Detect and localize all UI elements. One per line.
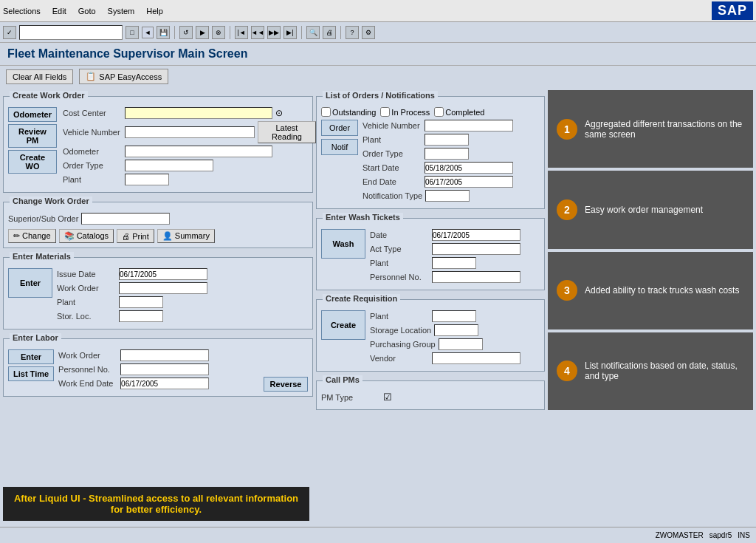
last-icon[interactable]: ▶| bbox=[284, 26, 297, 39]
labor-personnel-input[interactable] bbox=[120, 363, 209, 375]
nav-icon[interactable]: ▶ bbox=[196, 26, 209, 39]
list-plant-input[interactable] bbox=[425, 134, 469, 146]
list-vehicle-input[interactable] bbox=[425, 120, 513, 132]
cost-center-help-icon[interactable]: ⊙ bbox=[275, 108, 283, 118]
order-button[interactable]: Order bbox=[321, 120, 358, 136]
superior-sub-order-row: Superior/Sub Order bbox=[8, 213, 308, 225]
in-process-checkbox[interactable] bbox=[380, 107, 390, 117]
list-orders-title: List of Orders / Notifications bbox=[323, 91, 438, 100]
outstanding-checkbox[interactable] bbox=[321, 107, 331, 117]
latest-reading-button[interactable]: Latest Reading bbox=[258, 121, 316, 143]
labor-personnel-label: Personnel No. bbox=[58, 365, 117, 374]
list-notif-type-input[interactable] bbox=[425, 190, 470, 202]
annotation-circle-4: 4 bbox=[557, 361, 577, 381]
menu-edit[interactable]: Edit bbox=[52, 7, 66, 16]
create-wo-button[interactable]: Create WO bbox=[8, 150, 57, 174]
cost-center-input[interactable] bbox=[125, 107, 272, 119]
refresh-icon[interactable]: ↺ bbox=[179, 26, 193, 39]
req-plant-input[interactable] bbox=[432, 310, 476, 322]
prev-page-icon[interactable]: ◄◄ bbox=[251, 26, 264, 39]
plant-label: Plant bbox=[63, 175, 122, 184]
plant-input[interactable] bbox=[125, 174, 169, 185]
page-title: Fleet Maintenance Supervisor Main Screen bbox=[0, 43, 756, 66]
cost-center-row: Cost Center ⊙ bbox=[63, 107, 316, 119]
list-time-button[interactable]: List Time bbox=[8, 366, 54, 381]
wash-act-type-label: Act Type bbox=[370, 245, 429, 253]
summary-button[interactable]: 👤 Summary bbox=[157, 229, 215, 243]
superior-sub-order-input[interactable] bbox=[81, 213, 170, 225]
odometer-label: Odometer bbox=[63, 147, 122, 156]
annotation-2: 2 Easy work order management bbox=[548, 171, 753, 248]
labor-enter-button[interactable]: Enter bbox=[8, 349, 54, 364]
materials-stor-loc-label: Stor. Loc. bbox=[57, 312, 116, 321]
find-icon[interactable]: 🔍 bbox=[306, 26, 320, 39]
notif-button[interactable]: Notif bbox=[321, 139, 358, 155]
change-work-order-section: Change Work Order Superior/Sub Order ✏ C… bbox=[3, 202, 313, 248]
create-work-order-section: Create Work Order Odometer Review PM Cre… bbox=[3, 96, 313, 193]
req-purchasing-input[interactable] bbox=[439, 338, 483, 350]
reverse-button[interactable]: Reverse bbox=[264, 377, 308, 392]
help-icon[interactable]: ? bbox=[346, 26, 359, 39]
materials-enter-button[interactable]: Enter bbox=[8, 268, 52, 298]
wash-personnel-input[interactable] bbox=[432, 271, 520, 283]
create-work-order-title: Create Work Order bbox=[10, 91, 88, 100]
menu-help[interactable]: Help bbox=[146, 7, 163, 16]
materials-work-order-input[interactable] bbox=[119, 282, 207, 294]
menu-bar: Selections Edit Goto System Help SAP bbox=[0, 0, 756, 22]
req-storage-input[interactable] bbox=[434, 324, 478, 336]
completed-checkbox[interactable] bbox=[434, 107, 444, 117]
catalogs-button[interactable]: 📚 Catalogs bbox=[59, 229, 114, 243]
save-icon[interactable]: 💾 bbox=[157, 26, 170, 39]
outstanding-label: Outstanding bbox=[332, 108, 376, 117]
list-order-type-input[interactable] bbox=[425, 148, 469, 160]
req-purchasing-row: Purchasing Group bbox=[370, 338, 540, 350]
wash-plant-input[interactable] bbox=[432, 257, 476, 269]
materials-plant-input[interactable] bbox=[119, 296, 163, 308]
prev-icon[interactable]: ◄ bbox=[142, 27, 154, 38]
command-field[interactable] bbox=[19, 25, 123, 40]
clear-all-button[interactable]: Clear All Fields bbox=[6, 69, 73, 84]
vehicle-number-label: Vehicle Number bbox=[63, 128, 122, 137]
labor-end-date-input[interactable] bbox=[120, 378, 209, 389]
list-end-date-input[interactable] bbox=[425, 176, 513, 188]
easy-access-button[interactable]: 📋 SAP EasyAccess bbox=[79, 69, 168, 84]
left-panel: Create Work Order Odometer Review PM Cre… bbox=[3, 90, 313, 410]
change-work-order-buttons: ✏ Change 📚 Catalogs 🖨 Print 👤 Summary bbox=[8, 229, 308, 243]
wash-act-type-row: Act Type bbox=[370, 243, 540, 255]
list-plant-row: Plant bbox=[362, 134, 540, 146]
main-content: Create Work Order Odometer Review PM Cre… bbox=[0, 87, 756, 413]
next-page-icon[interactable]: ▶▶ bbox=[267, 26, 281, 39]
change-button[interactable]: ✏ Change bbox=[8, 229, 56, 243]
vehicle-number-input[interactable] bbox=[125, 126, 255, 138]
wash-date-input[interactable] bbox=[432, 229, 520, 241]
menu-system[interactable]: System bbox=[108, 7, 135, 16]
stop-icon[interactable]: ⊗ bbox=[212, 26, 225, 39]
list-orders-checkboxes: Outstanding In Process Completed bbox=[321, 107, 540, 117]
odometer-button[interactable]: Odometer bbox=[8, 107, 57, 122]
menu-selections[interactable]: Selections bbox=[3, 7, 41, 16]
list-start-date-input[interactable] bbox=[425, 162, 513, 174]
menu-goto[interactable]: Goto bbox=[78, 7, 96, 16]
review-pm-button[interactable]: Review PM bbox=[8, 124, 57, 148]
in-process-label: In Process bbox=[391, 108, 430, 117]
list-plant-label: Plant bbox=[362, 135, 422, 144]
wash-date-row: Date bbox=[370, 229, 540, 241]
change-work-order-title: Change Work Order bbox=[10, 197, 92, 205]
first-icon[interactable]: |◄ bbox=[235, 26, 248, 39]
materials-stor-loc-input[interactable] bbox=[119, 310, 163, 322]
settings-icon[interactable]: ⚙ bbox=[362, 26, 375, 39]
print-icon[interactable]: 🖨 bbox=[323, 26, 336, 39]
req-vendor-input[interactable] bbox=[432, 352, 520, 364]
list-notif-type-row: Notification Type bbox=[362, 190, 540, 202]
back-icon[interactable]: ✓ bbox=[3, 26, 16, 39]
wash-act-type-input[interactable] bbox=[432, 243, 520, 255]
input-help-icon[interactable]: □ bbox=[126, 26, 139, 39]
print-icon: 🖨 bbox=[122, 232, 130, 241]
order-type-input[interactable] bbox=[125, 160, 213, 171]
materials-issue-date-input[interactable]: 06/17/2005 bbox=[119, 268, 207, 280]
create-button[interactable]: Create bbox=[321, 310, 365, 340]
odometer-input[interactable] bbox=[125, 146, 272, 157]
labor-work-order-input[interactable] bbox=[120, 349, 209, 361]
print-button[interactable]: 🖨 Print bbox=[117, 229, 154, 243]
wash-button[interactable]: Wash bbox=[321, 229, 365, 259]
